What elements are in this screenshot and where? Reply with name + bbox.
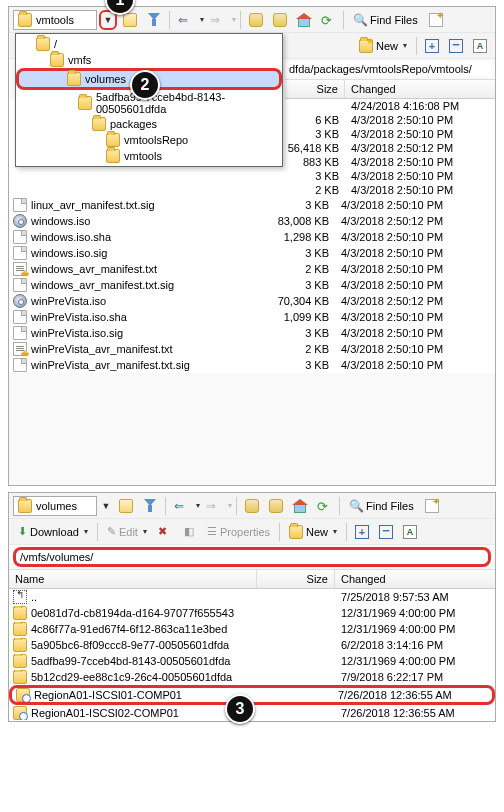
table-row[interactable]: windows.iso83,008 KB4/3/2018 2:50:12 PM	[9, 213, 495, 229]
table-row[interactable]: 56,418 KB4/3/2018 2:50:12 PM	[285, 141, 495, 155]
table-row[interactable]: winPreVista_avr_manifest.txt2 KB4/3/2018…	[9, 341, 495, 357]
separator	[97, 523, 98, 541]
separator	[339, 497, 340, 515]
expand-button[interactable]: +	[351, 522, 373, 542]
new-tab-button[interactable]	[425, 10, 447, 30]
separator	[165, 497, 166, 515]
tree-item[interactable]: vmtools	[16, 148, 282, 164]
back-button[interactable]	[170, 496, 192, 516]
table-row[interactable]: winPreVista.iso.sha1,099 KB4/3/2018 2:50…	[9, 309, 495, 325]
collapse-button[interactable]: −	[445, 36, 467, 56]
filter-button[interactable]	[143, 10, 165, 30]
cell-date: 4/3/2018 2:50:10 PM	[335, 343, 495, 355]
chevron-down-icon[interactable]: ▾	[228, 501, 232, 510]
toolbar-secondary: ⬇ Download ▾ ✎ Edit ▾ ◧ ☰ Properties New…	[9, 519, 495, 545]
open-button[interactable]	[115, 496, 137, 516]
folder-tree-popup: 2 / vmfsvolumes5adfba99-7cceb4bd-8143-00…	[15, 33, 283, 167]
collapse-button[interactable]: −	[375, 522, 397, 542]
tree-item-label: /	[54, 38, 57, 50]
refresh-button[interactable]	[313, 496, 335, 516]
filter-button[interactable]	[139, 496, 161, 516]
parent-button[interactable]	[241, 496, 263, 516]
root-button[interactable]	[265, 496, 287, 516]
column-changed[interactable]: Changed	[345, 80, 495, 98]
table-row[interactable]: ..7/25/2018 9:57:53 AM	[9, 589, 495, 605]
delete-button[interactable]	[154, 522, 176, 542]
parent-button[interactable]	[245, 10, 267, 30]
table-row[interactable]: 5adfba99-7cceb4bd-8143-00505601dfda12/31…	[9, 653, 495, 669]
cell-name: linux_avr_manifest.txt.sig	[9, 198, 257, 212]
file-list: 3 ..7/25/2018 9:57:53 AM0e081d7d-cb8194d…	[9, 589, 495, 721]
table-row[interactable]: windows_avr_manifest.txt2 KB4/3/2018 2:5…	[9, 261, 495, 277]
parent-folder-icon	[245, 499, 259, 513]
table-row[interactable]: linux_avr_manifest.txt.sig3 KB4/3/2018 2…	[9, 197, 495, 213]
table-row[interactable]: 0e081d7d-cb8194da-d164-97077f65554312/31…	[9, 605, 495, 621]
chevron-down-icon[interactable]: ▾	[200, 15, 204, 24]
address-input[interactable]: volumes	[13, 496, 97, 516]
refresh-button[interactable]	[317, 10, 339, 30]
column-name[interactable]: Name	[9, 570, 257, 588]
table-row[interactable]: 883 KB4/3/2018 2:50:10 PM	[285, 155, 495, 169]
path-bar[interactable]: dfda/packages/vmtoolsRepo/vmtools/	[285, 61, 491, 77]
table-row[interactable]: 3 KB4/3/2018 2:50:10 PM	[285, 127, 495, 141]
properties-button[interactable]: ☰ Properties	[202, 522, 275, 542]
forward-button[interactable]	[206, 10, 228, 30]
tree-item[interactable]: /	[16, 36, 282, 52]
mode-button[interactable]: A	[469, 36, 491, 56]
tree-item[interactable]: vmfs	[16, 52, 282, 68]
table-row[interactable]: 5b12cd29-ee88c1c9-26c4-00505601dfda7/9/2…	[9, 669, 495, 685]
download-button[interactable]: ⬇ Download ▾	[13, 522, 93, 542]
table-row[interactable]: 5a905bc6-8f09ccc8-9e77-00505601dfda6/2/2…	[9, 637, 495, 653]
new-button[interactable]: New ▾	[354, 36, 412, 56]
tree-item[interactable]: packages	[16, 116, 282, 132]
cell-name: RegionA01-ISCSI02-COMP01	[9, 706, 257, 720]
path-bar[interactable]: /vmfs/volumes/	[13, 547, 491, 567]
chevron-down-icon[interactable]: ▾	[232, 15, 236, 24]
tree-item-label: vmtoolsRepo	[124, 134, 188, 146]
table-row[interactable]: 6 KB4/3/2018 2:50:10 PM	[285, 113, 495, 127]
chevron-down-icon[interactable]: ▾	[196, 501, 200, 510]
new-button[interactable]: New ▾	[284, 522, 342, 542]
column-size[interactable]: Size	[257, 570, 335, 588]
chevron-down-icon: ▾	[143, 527, 147, 536]
cell-name: winPreVista.iso.sha	[9, 310, 257, 324]
table-row[interactable]: windows.iso.sha1,298 KB4/3/2018 2:50:10 …	[9, 229, 495, 245]
cell-name: 4c86f77a-91ed67f4-6f12-863ca11e3bed	[9, 622, 257, 636]
cell-date: 12/31/1969 4:00:00 PM	[335, 623, 495, 635]
back-button[interactable]	[174, 10, 196, 30]
file-browser-bottom: volumes ▼ ▾ ▾ Find Files ⬇ Download ▾ ✎ …	[8, 492, 496, 722]
table-row[interactable]: windows.iso.sig3 KB4/3/2018 2:50:10 PM	[9, 245, 495, 261]
tree-item[interactable]: vmtoolsRepo	[16, 132, 282, 148]
column-changed[interactable]: Changed	[335, 570, 495, 588]
table-row[interactable]: 4/24/2018 4:16:08 PM	[285, 99, 495, 113]
forward-button[interactable]	[202, 496, 224, 516]
folder-icon	[18, 499, 32, 513]
table-row[interactable]: 2 KB4/3/2018 2:50:10 PM	[285, 183, 495, 197]
home-button[interactable]	[289, 496, 311, 516]
tree-item-label: vmtools	[124, 150, 162, 162]
table-row[interactable]: 4c86f77a-91ed67f4-6f12-863ca11e3bed12/31…	[9, 621, 495, 637]
find-files-button[interactable]: Find Files	[348, 10, 423, 30]
table-row[interactable]: winPreVista.iso70,304 KB4/3/2018 2:50:12…	[9, 293, 495, 309]
mode-button[interactable]: A	[399, 522, 421, 542]
cell-date: 4/3/2018 2:50:10 PM	[345, 114, 495, 126]
table-row[interactable]: winPreVista.iso.sig3 KB4/3/2018 2:50:10 …	[9, 325, 495, 341]
expand-button[interactable]: +	[421, 36, 443, 56]
edit-button[interactable]: ✎ Edit ▾	[102, 522, 152, 542]
root-button[interactable]	[269, 10, 291, 30]
disc-icon	[13, 294, 27, 308]
find-files-button[interactable]: Find Files	[344, 496, 419, 516]
address-dropdown-button[interactable]: ▼	[99, 496, 113, 516]
cell-date: 7/26/2018 12:36:55 AM	[332, 689, 492, 701]
cell-date: 4/3/2018 2:50:10 PM	[345, 156, 495, 168]
home-button[interactable]	[293, 10, 315, 30]
new-tab-button[interactable]	[421, 496, 443, 516]
separator	[279, 523, 280, 541]
cell-date: 4/24/2018 4:16:08 PM	[345, 100, 495, 112]
table-row[interactable]: winPreVista_avr_manifest.txt.sig3 KB4/3/…	[9, 357, 495, 373]
column-size[interactable]: Size	[285, 80, 345, 98]
table-row[interactable]: windows_avr_manifest.txt.sig3 KB4/3/2018…	[9, 277, 495, 293]
table-row[interactable]: 3 KB4/3/2018 2:50:10 PM	[285, 169, 495, 183]
rename-button[interactable]: ◧	[178, 522, 200, 542]
address-input[interactable]: vmtools	[13, 10, 97, 30]
